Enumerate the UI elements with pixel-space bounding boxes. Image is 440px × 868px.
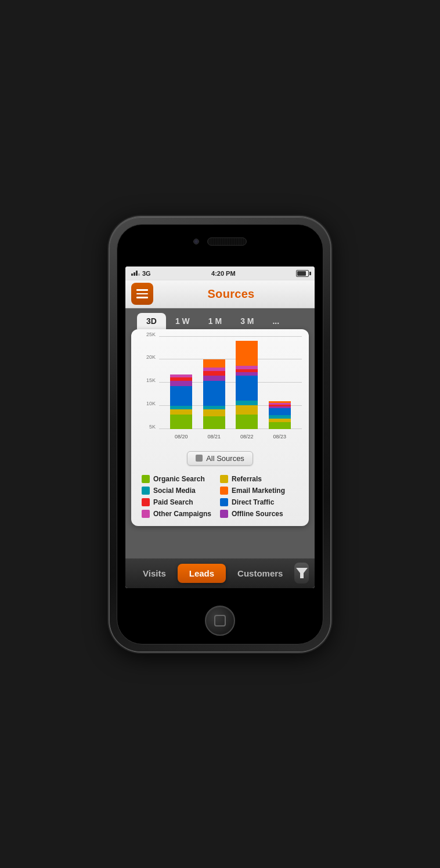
filter-button[interactable]	[294, 563, 309, 584]
legend-label: Paid Search	[153, 498, 193, 506]
signal-bars	[131, 271, 140, 276]
legend-color-swatch	[220, 498, 228, 506]
main-content: 3D 1 W 1 M 3 M ... 25K	[125, 308, 315, 558]
bar-segment	[170, 386, 192, 406]
signal-bar-4	[138, 273, 140, 276]
bar-segment	[203, 359, 225, 368]
all-sources-button[interactable]: All Sources	[187, 451, 253, 466]
svg-marker-0	[296, 568, 308, 578]
bar-segment	[236, 376, 258, 401]
status-left: 3G	[131, 270, 151, 277]
tab-visits[interactable]: Visits	[131, 564, 178, 583]
filter-icon	[296, 568, 308, 578]
legend-item: Direct Traffic	[220, 498, 298, 506]
phone-camera-area	[193, 237, 247, 246]
bar-segment	[203, 409, 225, 416]
battery-fill	[297, 271, 306, 276]
bar-segment	[236, 405, 258, 415]
bar-segment	[170, 381, 192, 386]
bar-date-label: 08/20	[175, 434, 188, 440]
legend-item: Organic Search	[142, 475, 220, 483]
legend-label: Offline Sources	[232, 510, 283, 518]
status-time: 4:20 PM	[211, 270, 236, 277]
legend-color-swatch	[220, 475, 228, 483]
legend-item: Offline Sources	[220, 510, 298, 518]
legend-label: Other Campaigns	[153, 510, 211, 518]
legend-item: Other Campaigns	[142, 510, 220, 518]
bars-container: 08/2008/2108/2208/23	[159, 336, 302, 429]
bar-date-label: 08/22	[240, 434, 254, 440]
bar-segment	[236, 415, 258, 429]
tab-leads[interactable]: Leads	[178, 564, 226, 583]
bar-segment	[203, 371, 225, 376]
tab-more[interactable]: ...	[263, 313, 288, 329]
legend-color-swatch	[220, 487, 228, 495]
signal-bar-3	[136, 271, 138, 276]
bar-segment	[236, 341, 258, 366]
legend-grid: Organic SearchReferralsSocial MediaEmail…	[138, 473, 302, 520]
bar-date-label: 08/23	[273, 434, 286, 440]
bar-segment	[203, 416, 225, 429]
legend-label: Referrals	[232, 475, 262, 483]
menu-line-2	[136, 293, 148, 295]
network-type: 3G	[142, 270, 151, 277]
legend-color-swatch	[220, 510, 228, 518]
legend-color-swatch	[142, 487, 150, 495]
menu-line-1	[136, 289, 148, 291]
home-square-icon	[214, 615, 226, 626]
all-sources-swatch	[196, 455, 203, 462]
app-header: Sources	[125, 280, 315, 308]
chart-card: 25K 20K 15K 10K	[131, 329, 309, 526]
tab-1w[interactable]: 1 W	[166, 313, 199, 329]
bar-group-08-23: 08/23	[268, 401, 291, 429]
tab-customers[interactable]: Customers	[226, 564, 294, 583]
legend-item: Paid Search	[142, 498, 220, 506]
legend-label: Social Media	[153, 487, 196, 495]
grid-label-25k: 25K	[137, 332, 156, 337]
time-tabs: 3D 1 W 1 M 3 M ...	[125, 308, 315, 329]
bar-segment	[203, 381, 225, 406]
grid-label-5k: 5K	[137, 424, 156, 430]
menu-button[interactable]	[131, 283, 153, 305]
bar-segment	[170, 415, 192, 429]
status-bar: 3G 4:20 PM	[125, 266, 315, 280]
legend-item: Email Marketing	[220, 487, 298, 495]
legend-color-swatch	[142, 510, 150, 518]
home-button[interactable]	[205, 606, 235, 636]
legend-label: Email Marketing	[232, 487, 285, 495]
phone-inner: 3G 4:20 PM Sources 3D	[117, 224, 323, 644]
legend-label: Direct Traffic	[232, 498, 274, 506]
legend-item: Social Media	[142, 487, 220, 495]
legend-label: Organic Search	[153, 475, 205, 483]
signal-bar-1	[131, 273, 133, 276]
tab-1m[interactable]: 1 M	[199, 313, 231, 329]
bar-segment	[269, 422, 291, 429]
bar-segment	[269, 408, 291, 415]
signal-bar-2	[134, 272, 135, 276]
grid-label-15k: 15K	[137, 377, 156, 383]
bar-date-label: 08/21	[207, 434, 221, 440]
screen: 3G 4:20 PM Sources 3D	[125, 266, 315, 588]
grid-label-20k: 20K	[137, 354, 156, 360]
grid-label-10k: 10K	[137, 401, 156, 406]
speaker-grille	[207, 237, 247, 246]
all-sources-label: All Sources	[206, 454, 244, 463]
phone-frame: 3G 4:20 PM Sources 3D	[110, 217, 330, 651]
legend-color-swatch	[142, 498, 150, 506]
bar-chart: 25K 20K 15K 10K	[138, 336, 302, 441]
bar-segment	[203, 376, 225, 381]
menu-line-3	[136, 297, 148, 298]
tab-3d[interactable]: 3D	[137, 313, 166, 329]
bar-segment	[236, 401, 258, 405]
bar-group-08-22: 08/22	[235, 341, 258, 429]
legend-color-swatch	[142, 475, 150, 483]
bottom-tab-bar: Visits Leads Customers	[125, 558, 315, 588]
camera-dot	[193, 239, 199, 244]
legend-item: Referrals	[220, 475, 298, 483]
bar-group-08-21: 08/21	[203, 359, 226, 429]
battery-icon	[296, 270, 309, 277]
bar-segment	[170, 409, 192, 415]
bar-group-08-20: 08/20	[169, 374, 193, 429]
page-title: Sources	[153, 287, 309, 301]
tab-3m[interactable]: 3 M	[231, 313, 263, 329]
